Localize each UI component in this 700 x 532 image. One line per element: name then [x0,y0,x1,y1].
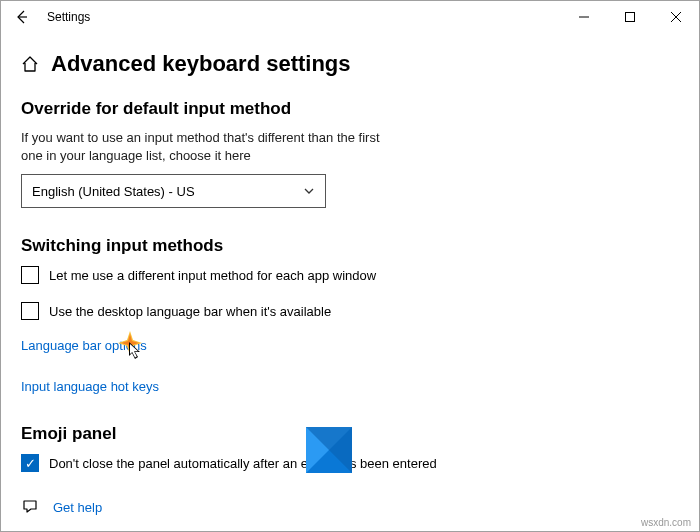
back-arrow-icon [14,10,28,24]
chat-icon [21,498,39,516]
input-language-hotkeys-link[interactable]: Input language hot keys [21,379,159,394]
window-title: Settings [47,10,90,24]
page-title: Advanced keyboard settings [51,51,351,77]
footer-watermark-text: wsxdn.com [641,517,691,528]
per-app-input-checkbox-row[interactable]: Let me use a different input method for … [21,266,679,284]
checkbox-unchecked [21,302,39,320]
override-description: If you want to use an input method that'… [21,129,401,164]
language-bar-options-link[interactable]: Language bar options [21,338,147,353]
minimize-button[interactable] [561,1,607,33]
window-controls [561,1,699,33]
dropdown-selected-value: English (United States) - US [32,184,195,199]
svg-rect-2 [626,13,635,22]
get-help-row[interactable]: Get help [21,498,679,516]
desktop-language-bar-checkbox-row[interactable]: Use the desktop language bar when it's a… [21,302,679,320]
maximize-button[interactable] [607,1,653,33]
input-method-dropdown[interactable]: English (United States) - US [21,174,326,208]
desktop-language-bar-label: Use the desktop language bar when it's a… [49,304,331,319]
page-header: Advanced keyboard settings [21,51,679,77]
switching-section-title: Switching input methods [21,236,679,256]
watermark-logo [306,427,352,473]
per-app-input-label: Let me use a different input method for … [49,268,376,283]
checkbox-unchecked [21,266,39,284]
checkmark-icon: ✓ [25,457,36,470]
get-help-link[interactable]: Get help [53,500,102,515]
override-section-title: Override for default input method [21,99,679,119]
minimize-icon [579,12,589,22]
emoji-panel-label: Don't close the panel automatically afte… [49,456,437,471]
home-icon[interactable] [21,55,39,73]
maximize-icon [625,12,635,22]
back-button[interactable] [9,5,33,29]
checkbox-checked: ✓ [21,454,39,472]
close-icon [671,12,681,22]
chevron-down-icon [303,185,315,197]
close-button[interactable] [653,1,699,33]
